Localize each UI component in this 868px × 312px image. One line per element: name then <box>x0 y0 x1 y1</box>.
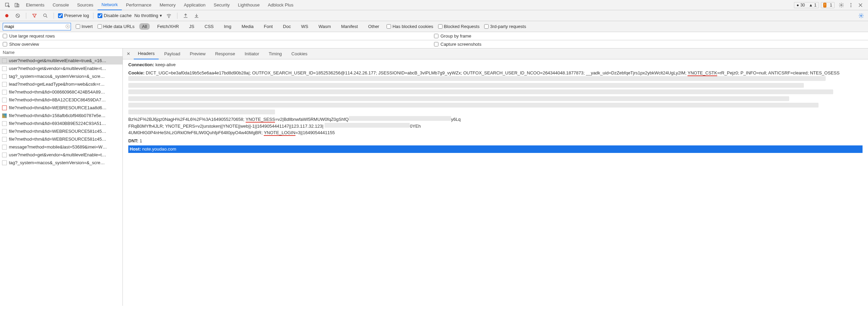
record-button[interactable] <box>3 12 11 20</box>
close-detail-icon[interactable]: ✕ <box>124 50 132 58</box>
show-overview-checkbox[interactable]: Show overview <box>3 42 434 47</box>
request-row[interactable]: file?method=thm&fid=WEBRESOURCE581c45… <box>0 135 122 143</box>
cookie-text: Bz%2F%2BJ6jqz0NagH%2F4L6%2F%3A1649055270… <box>128 117 246 122</box>
request-row[interactable]: user?method=get&vendor=&multilevelEnable… <box>0 65 122 72</box>
hide-data-urls-checkbox[interactable]: Hide data URLs <box>98 24 135 29</box>
capture-screenshots-checkbox[interactable]: Capture screenshots <box>434 42 865 47</box>
type-fetch-xhr[interactable]: Fetch/XHR <box>155 23 182 30</box>
detail-pane: ✕ Headers Payload Preview Response Initi… <box>123 48 868 306</box>
preserve-log-checkbox[interactable]: Preserve log <box>58 13 89 18</box>
type-wasm[interactable]: Wasm <box>316 23 333 30</box>
file-icon <box>2 66 7 71</box>
type-all[interactable]: All <box>139 23 149 30</box>
request-row[interactable]: file?method=thm&fid=WEBRESOURCE1aa8d6… <box>0 104 122 112</box>
settings-gear-icon[interactable] <box>857 12 865 20</box>
request-row[interactable]: tag?_system=macos&_systemVersion=&_scre… <box>0 159 122 167</box>
redacted-text <box>324 123 410 128</box>
tab-adblock[interactable]: Adblock Plus <box>264 0 298 10</box>
dtab-initiator[interactable]: Initiator <box>241 48 263 59</box>
type-css[interactable]: CSS <box>202 23 217 30</box>
header-connection: Connection: keep-alive <box>128 61 863 68</box>
redacted-text <box>128 89 833 94</box>
type-ws[interactable]: WS <box>298 23 311 30</box>
type-manifest[interactable]: Manifest <box>338 23 361 30</box>
file-icon <box>2 160 7 165</box>
type-img[interactable]: Img <box>221 23 234 30</box>
disable-cache-label: Disable cache <box>104 13 132 18</box>
large-rows-checkbox[interactable]: Use large request rows <box>3 33 434 39</box>
third-party-checkbox[interactable]: 3rd-party requests <box>484 24 526 29</box>
tab-elements[interactable]: Elements <box>22 0 48 10</box>
dtab-payload[interactable]: Payload <box>160 48 184 59</box>
triangle-icon: ▲ <box>809 3 813 8</box>
disable-cache-checkbox[interactable]: Disable cache <box>98 13 132 18</box>
header-host: Host: note.youdao.com <box>128 145 863 153</box>
headers-body[interactable]: Connection: keep-alive Cookie: DICT_UGC=… <box>123 59 868 306</box>
filter-icon[interactable] <box>30 12 39 20</box>
blocked-requests-checkbox[interactable]: Blocked Requests <box>438 24 480 29</box>
dtab-response[interactable]: Response <box>211 48 239 59</box>
request-row[interactable]: file?method=thm&fid=158afb6cbf946b0787e5… <box>0 112 122 119</box>
request-row[interactable]: message?method=mobile&last=53689&imei=W… <box>0 143 122 151</box>
tab-lighthouse[interactable]: Lighthouse <box>234 0 264 10</box>
invert-checkbox[interactable]: Invert <box>76 24 93 29</box>
filter-input[interactable] <box>4 24 64 29</box>
header-name: Cookie: <box>128 70 145 75</box>
throttling-label: No throttling <box>134 13 158 18</box>
clear-button[interactable] <box>14 12 22 20</box>
errors-badge[interactable]: ●30 ▲1 <box>794 2 819 8</box>
request-list[interactable]: Name user?method=get&multilevelEnable=tr… <box>0 48 123 306</box>
blocked-cookies-label: Has blocked cookies <box>392 24 433 29</box>
request-row[interactable]: file?method=thm&fid=WEBRESOURCE581c45… <box>0 127 122 135</box>
request-row[interactable]: file?method=thm&fid=8BA12CE3DC86459DA7… <box>0 96 122 104</box>
upload-icon[interactable] <box>182 12 190 20</box>
gear-icon[interactable] <box>837 0 846 10</box>
show-overview-label: Show overview <box>9 42 39 47</box>
tab-network[interactable]: Network <box>98 0 122 10</box>
file-icon <box>2 82 7 87</box>
request-row[interactable]: user?method=get&vendor=&multilevelEnable… <box>0 151 122 159</box>
kebab-icon[interactable] <box>846 0 856 10</box>
clear-filter-icon[interactable]: ⓧ <box>66 24 70 30</box>
dtab-cookies[interactable]: Cookies <box>287 48 312 59</box>
device-toggle-icon[interactable] <box>12 0 22 10</box>
close-icon[interactable] <box>856 0 865 10</box>
wifi-icon[interactable] <box>165 12 173 20</box>
group-frame-checkbox[interactable]: Group by frame <box>434 33 865 39</box>
type-js[interactable]: JS <box>186 23 197 30</box>
inspect-icon[interactable] <box>3 0 12 10</box>
issues-badge[interactable]: !1 <box>821 2 835 8</box>
tab-performance[interactable]: Performance <box>122 0 155 10</box>
tab-memory[interactable]: Memory <box>156 0 180 10</box>
request-name: file?method=thm&fid=158afb6cbf946b0787e5… <box>9 113 105 118</box>
download-icon[interactable] <box>192 12 201 20</box>
file-icon <box>2 153 7 157</box>
request-row[interactable]: tag?_system=macos&_systemVersion=&_scre… <box>0 72 122 80</box>
search-icon[interactable] <box>41 12 49 20</box>
third-party-label: 3rd-party requests <box>490 24 526 29</box>
detail-tabs: ✕ Headers Payload Preview Response Initi… <box>123 48 868 59</box>
request-row[interactable]: user?method=get&multilevelEnable=true&_=… <box>0 57 122 65</box>
request-list-header[interactable]: Name <box>0 48 122 57</box>
tab-sources[interactable]: Sources <box>73 0 98 10</box>
warn-icon: ! <box>823 3 826 8</box>
type-doc[interactable]: Doc <box>280 23 293 30</box>
tab-application[interactable]: Application <box>180 0 210 10</box>
type-other[interactable]: Other <box>365 23 382 30</box>
throttling-select[interactable]: No throttling▾ <box>134 13 162 18</box>
request-name: message?method=mobile&last=53689&imei=W… <box>9 144 107 150</box>
dtab-timing[interactable]: Timing <box>265 48 286 59</box>
file-icon <box>2 74 7 79</box>
type-media[interactable]: Media <box>239 23 256 30</box>
dtab-headers[interactable]: Headers <box>134 48 159 59</box>
request-row[interactable]: lead?method=getLeadType&from=web&cstk=r… <box>0 80 122 88</box>
request-row[interactable]: file?method=thm&fid=008660968C424B54A89… <box>0 88 122 96</box>
blocked-cookies-checkbox[interactable]: Has blocked cookies <box>387 24 433 29</box>
type-font[interactable]: Font <box>261 23 275 30</box>
dtab-preview[interactable]: Preview <box>186 48 209 59</box>
request-row[interactable]: file?method=thm&fid=69340BB9E5224C93A51… <box>0 119 122 127</box>
svg-point-3 <box>841 4 842 6</box>
tab-security[interactable]: Security <box>209 0 234 10</box>
svg-point-11 <box>860 15 862 16</box>
tab-console[interactable]: Console <box>48 0 73 10</box>
